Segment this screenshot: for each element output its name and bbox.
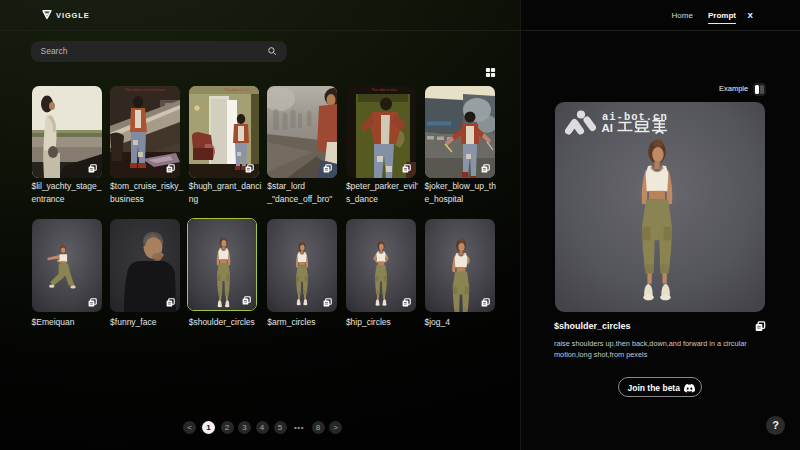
svg-text:AI: AI	[602, 122, 614, 134]
svg-text:This video is a/an: This video is a/an	[371, 88, 396, 92]
svg-text:This video is a tra: This video is a tra	[224, 88, 249, 92]
svg-text:This video is a transformatio: This video is a transformatio	[125, 88, 165, 92]
